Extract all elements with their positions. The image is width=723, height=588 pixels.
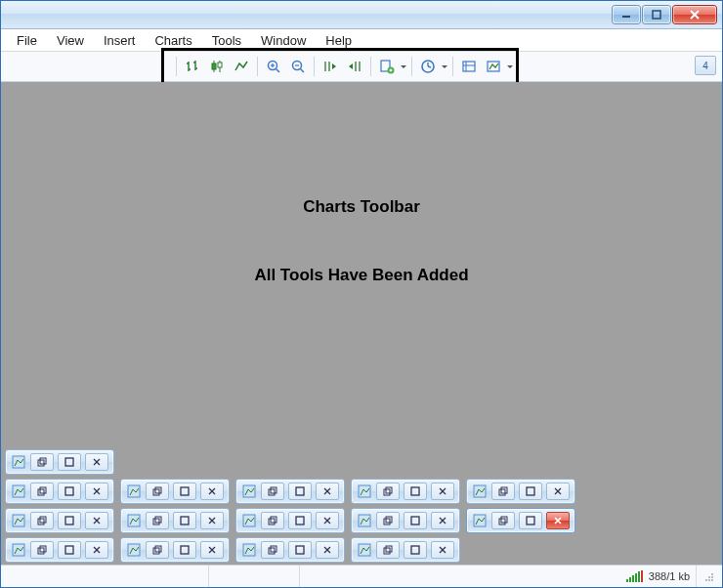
- mdi-child[interactable]: [120, 479, 230, 504]
- bar-chart-button[interactable]: [181, 55, 204, 78]
- chart-shift-button[interactable]: [343, 55, 366, 78]
- mdi-maximize-button[interactable]: [58, 453, 81, 471]
- mdi-restore-button[interactable]: [376, 483, 400, 500]
- zoom-out-button[interactable]: [286, 55, 310, 78]
- svg-rect-109: [153, 548, 159, 554]
- mdi-maximize-button[interactable]: [173, 483, 196, 500]
- menu-charts[interactable]: Charts: [145, 31, 201, 50]
- svg-line-15: [276, 69, 280, 73]
- mdi-close-button[interactable]: [200, 512, 224, 529]
- mdi-close-button[interactable]: [431, 541, 454, 559]
- svg-rect-80: [155, 517, 161, 523]
- menu-file[interactable]: File: [7, 31, 47, 50]
- mdi-restore-button[interactable]: [146, 483, 169, 500]
- svg-rect-13: [218, 63, 222, 67]
- alerts-badge[interactable]: 4: [695, 56, 716, 75]
- mdi-restore-button[interactable]: [30, 483, 54, 500]
- templates-button[interactable]: [457, 55, 481, 78]
- mdi-child[interactable]: [235, 537, 345, 563]
- close-button[interactable]: [673, 6, 716, 23]
- mdi-child[interactable]: [351, 479, 460, 504]
- mdi-child-active[interactable]: [466, 508, 575, 533]
- menu-window[interactable]: Window: [251, 31, 316, 50]
- mdi-child[interactable]: [5, 537, 114, 563]
- chart-icon: [11, 483, 26, 499]
- mdi-maximize-button[interactable]: [404, 483, 427, 500]
- mdi-restore-button[interactable]: [261, 512, 284, 529]
- mdi-close-button[interactable]: [316, 512, 339, 529]
- mdi-maximize-button[interactable]: [58, 483, 81, 500]
- mdi-child[interactable]: [351, 508, 460, 533]
- mdi-close-button[interactable]: [85, 453, 108, 471]
- mdi-close-button[interactable]: [316, 541, 339, 559]
- mdi-maximize-button[interactable]: [173, 512, 196, 529]
- maximize-button[interactable]: [643, 6, 670, 23]
- mdi-child[interactable]: [466, 479, 575, 504]
- indicators-button[interactable]: [375, 55, 399, 78]
- svg-rect-121: [384, 548, 390, 554]
- menu-help[interactable]: Help: [316, 31, 362, 50]
- mdi-maximize-button[interactable]: [519, 483, 542, 500]
- mdi-restore-button[interactable]: [491, 483, 515, 500]
- mdi-close-button[interactable]: [85, 541, 108, 559]
- mdi-maximize-button[interactable]: [288, 541, 312, 559]
- mdi-restore-button[interactable]: [261, 483, 284, 500]
- minimize-button[interactable]: [613, 6, 640, 23]
- mdi-close-button[interactable]: [316, 483, 339, 500]
- mdi-restore-button[interactable]: [30, 541, 54, 559]
- line-chart-button[interactable]: [230, 55, 253, 78]
- chart-icon: [11, 513, 26, 528]
- svg-rect-114: [243, 544, 255, 556]
- mdi-maximize-button[interactable]: [519, 512, 542, 529]
- mdi-maximize-button[interactable]: [404, 541, 427, 559]
- menu-tools[interactable]: Tools: [202, 31, 251, 50]
- mdi-maximize-button[interactable]: [288, 483, 312, 500]
- mdi-restore-button[interactable]: [376, 541, 400, 559]
- mdi-close-button[interactable]: [200, 483, 224, 500]
- mdi-restore-button[interactable]: [261, 541, 284, 559]
- mdi-close-button[interactable]: [546, 483, 570, 500]
- mdi-restore-button[interactable]: [146, 512, 169, 529]
- resize-grip[interactable]: [697, 566, 722, 587]
- mdi-maximize-button[interactable]: [288, 512, 312, 529]
- mdi-close-button[interactable]: [200, 541, 224, 559]
- mdi-maximize-button[interactable]: [404, 512, 427, 529]
- mdi-restore-button[interactable]: [491, 512, 515, 529]
- mdi-close-button[interactable]: [85, 483, 108, 500]
- mdi-maximize-button[interactable]: [58, 541, 81, 559]
- mdi-restore-button[interactable]: [30, 512, 54, 529]
- chart-properties-button[interactable]: [482, 55, 505, 78]
- mdi-maximize-button[interactable]: [58, 512, 81, 529]
- mdi-child[interactable]: [5, 479, 114, 504]
- mdi-restore-button[interactable]: [146, 541, 169, 559]
- dropdown-icon[interactable]: [400, 56, 407, 77]
- svg-rect-84: [243, 515, 255, 526]
- mdi-child[interactable]: [235, 508, 345, 533]
- mdi-restore-button[interactable]: [376, 512, 400, 529]
- svg-rect-51: [181, 487, 189, 495]
- candlestick-button[interactable]: [205, 55, 229, 78]
- mdi-restore-button[interactable]: [30, 453, 54, 471]
- chart-icon: [126, 542, 142, 558]
- svg-rect-69: [527, 487, 534, 495]
- svg-rect-66: [474, 485, 486, 497]
- mdi-child[interactable]: [5, 508, 114, 533]
- mdi-child[interactable]: [120, 508, 230, 533]
- mdi-close-button[interactable]: [431, 483, 454, 500]
- menu-insert[interactable]: Insert: [94, 31, 146, 50]
- periodicity-button[interactable]: [416, 55, 440, 78]
- mdi-close-button[interactable]: [431, 512, 454, 529]
- svg-rect-49: [153, 489, 159, 495]
- dropdown-icon[interactable]: [441, 56, 448, 77]
- mdi-close-button[interactable]: [546, 512, 570, 529]
- menu-view[interactable]: View: [47, 31, 94, 50]
- mdi-child[interactable]: [235, 479, 345, 504]
- zoom-in-button[interactable]: [262, 55, 285, 78]
- dropdown-icon[interactable]: [506, 56, 514, 77]
- mdi-child[interactable]: [351, 537, 460, 563]
- mdi-child[interactable]: [120, 537, 230, 563]
- mdi-child[interactable]: [5, 449, 114, 475]
- mdi-close-button[interactable]: [85, 512, 108, 529]
- autoscroll-button[interactable]: [319, 55, 342, 78]
- mdi-maximize-button[interactable]: [173, 541, 196, 559]
